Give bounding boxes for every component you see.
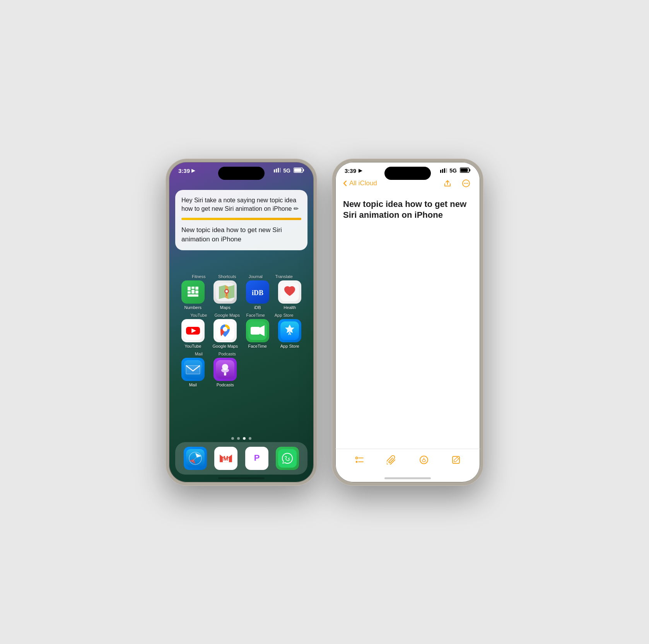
label-facetime: FaceTime xyxy=(242,313,270,318)
svg-rect-7 xyxy=(188,287,191,290)
siri-progress-bar xyxy=(181,218,301,220)
time-right: 3:39 ▶ xyxy=(345,167,362,174)
app-icon-youtube xyxy=(181,319,205,342)
svg-point-60 xyxy=(355,461,357,463)
svg-point-56 xyxy=(464,183,465,184)
notes-toolbar xyxy=(335,449,480,471)
app-health[interactable]: Health xyxy=(276,280,304,310)
attachment-icon xyxy=(387,455,396,465)
svg-rect-3 xyxy=(280,168,281,173)
label-appstore: App Store xyxy=(270,313,298,318)
dock-safari[interactable] xyxy=(181,447,209,470)
signal-bars-left xyxy=(274,168,281,174)
notes-actions xyxy=(441,177,472,190)
app-icon-bizaway xyxy=(276,447,299,470)
left-phone: 3:39 ▶ 5G Hey Siri take a note saying ne… xyxy=(166,159,317,485)
label-empty1 xyxy=(242,352,270,356)
app-icon-numbers xyxy=(181,280,205,304)
app-label-idb: iDB xyxy=(254,305,261,310)
app-mail[interactable]: Mail xyxy=(179,358,207,387)
markup-icon xyxy=(419,455,429,465)
label-googlemaps: Google Maps xyxy=(213,313,241,318)
dot-1 xyxy=(231,437,234,440)
svg-rect-47 xyxy=(440,170,441,173)
dynamic-island-left xyxy=(218,167,265,180)
dock-bizaway[interactable] xyxy=(273,447,301,470)
dock-pockettube[interactable]: P xyxy=(243,447,271,470)
svg-rect-53 xyxy=(461,168,468,172)
app-empty-1 xyxy=(244,358,272,387)
signal-bars-right xyxy=(440,167,447,174)
row3-labels: Mail Podcasts xyxy=(177,352,306,356)
svg-point-58 xyxy=(467,183,468,184)
svg-rect-34 xyxy=(224,372,226,376)
share-button[interactable] xyxy=(441,177,454,190)
attachment-button[interactable] xyxy=(385,454,398,466)
svg-rect-25 xyxy=(251,327,260,335)
empty-slot-2 xyxy=(278,358,301,381)
app-idb[interactable]: iDB iDB xyxy=(244,280,272,310)
more-icon xyxy=(462,179,470,188)
svg-text:A: A xyxy=(288,331,291,335)
network-type-left: 5G xyxy=(283,167,290,174)
time-location: 3:39 ▶ xyxy=(178,167,195,174)
app-podcasts[interactable]: Podcasts xyxy=(211,358,239,387)
svg-rect-2 xyxy=(278,168,279,173)
right-phone: 3:39 ▶ 5G All iCloud xyxy=(332,159,483,485)
dock: M P xyxy=(175,442,307,475)
signal-area-left: 5G xyxy=(274,167,304,174)
label-youtube: YouTube xyxy=(185,313,213,318)
dock-gmail[interactable]: M xyxy=(212,447,240,470)
app-numbers[interactable]: Numbers xyxy=(179,280,207,310)
location-icon-right: ▶ xyxy=(359,168,362,173)
svg-point-16 xyxy=(225,290,228,292)
app-row-3: Mail xyxy=(177,358,306,387)
app-row-2: YouTube Google Maps xyxy=(177,319,306,348)
svg-point-59 xyxy=(355,457,357,459)
svg-rect-11 xyxy=(191,290,195,294)
app-label-googlemaps: Google Maps xyxy=(213,344,238,348)
markup-button[interactable] xyxy=(418,454,430,466)
back-button[interactable]: All iCloud xyxy=(343,179,377,187)
checklist-button[interactable] xyxy=(353,454,365,466)
home-indicator-left xyxy=(218,477,265,479)
app-googlemaps[interactable]: Google Maps xyxy=(211,319,239,348)
siri-prompt-text: Hey Siri take a note saying new topic id… xyxy=(181,196,301,214)
row2-labels: YouTube Google Maps FaceTime App Store xyxy=(177,313,306,318)
svg-rect-10 xyxy=(188,291,191,294)
svg-rect-48 xyxy=(442,169,443,173)
label-shortcuts: Shortcuts xyxy=(213,274,241,279)
compose-button[interactable] xyxy=(450,454,462,466)
location-icon-left: ▶ xyxy=(191,168,195,173)
dot-4 xyxy=(249,437,251,440)
dot-2 xyxy=(237,437,240,440)
svg-rect-13 xyxy=(188,294,198,297)
app-icon-idb: iDB xyxy=(246,280,269,304)
siri-result-text: New topic idea how to get new Siri anima… xyxy=(181,225,301,244)
home-indicator-right xyxy=(384,477,431,479)
notes-content: New topic idea how to get new Siri anima… xyxy=(335,193,480,230)
svg-rect-12 xyxy=(195,290,198,294)
app-label-podcasts: Podcasts xyxy=(217,383,234,387)
battery-left xyxy=(294,167,304,174)
label-journal: Journal xyxy=(242,274,270,279)
app-youtube[interactable]: YouTube xyxy=(179,319,207,348)
app-icon-pockettube: P xyxy=(245,447,268,470)
row1-labels: Fitness Shortcuts Journal Translate xyxy=(177,274,306,279)
svg-rect-8 xyxy=(191,287,195,289)
app-label-health: Health xyxy=(284,305,296,310)
more-button[interactable] xyxy=(460,177,472,190)
app-maps[interactable]: Maps xyxy=(211,280,239,310)
app-icon-maps xyxy=(213,280,237,304)
label-translate: Translate xyxy=(270,274,298,279)
back-label: All iCloud xyxy=(349,179,377,187)
app-appstore[interactable]: A App Store xyxy=(276,319,304,348)
app-facetime[interactable]: FaceTime xyxy=(244,319,272,348)
app-label-youtube: YouTube xyxy=(184,344,201,348)
svg-point-23 xyxy=(223,327,227,331)
time-display-right: 3:39 xyxy=(345,167,356,174)
compose-icon xyxy=(451,455,461,465)
network-type-right: 5G xyxy=(449,167,457,174)
checklist-icon xyxy=(355,455,364,465)
svg-rect-0 xyxy=(274,169,275,173)
